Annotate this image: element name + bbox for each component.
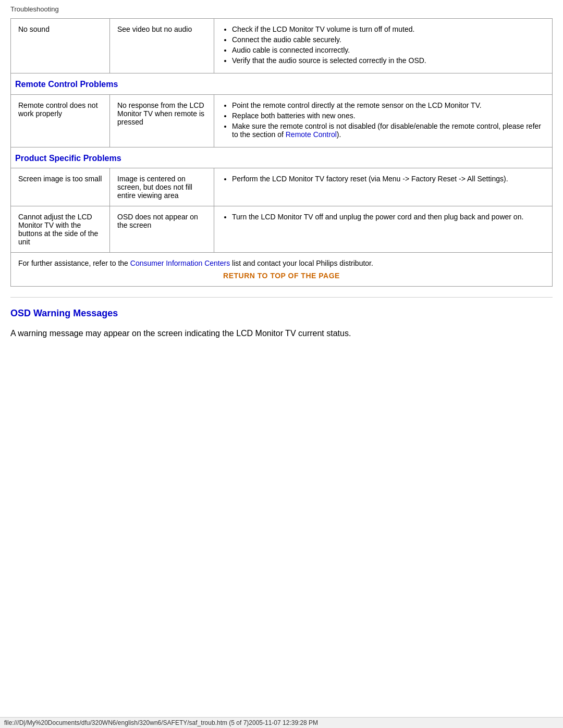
list-item: Replace both batteries with new ones.	[232, 112, 545, 120]
problem-col: Cannot adjust the LCD Monitor TV with th…	[11, 206, 110, 253]
table-row: Screen image is too small Image is cente…	[11, 168, 553, 206]
osd-description: A warning message may appear on the scre…	[10, 327, 553, 340]
breadcrumb: Troubleshooting	[10, 5, 553, 13]
symptom-col: OSD does not appear on the screen	[110, 206, 214, 253]
list-item: Verify that the audio source is selected…	[232, 56, 545, 65]
section-header-row: Remote Control Problems	[11, 73, 553, 92]
symptom-col: See video but no audio	[110, 19, 214, 73]
solution-col: Turn the LCD Monitor TV off and unplug t…	[214, 206, 553, 253]
list-item: Check if the LCD Monitor TV volume is tu…	[232, 25, 545, 33]
table-row: No sound See video but no audio Check if…	[11, 19, 553, 73]
troubleshooting-table: No sound See video but no audio Check if…	[10, 18, 553, 287]
product-specific-problems-heading: Product Specific Problems	[15, 154, 121, 163]
problem-col: Remote control does not work properly	[11, 94, 110, 147]
solution-col: Point the remote control directly at the…	[214, 94, 553, 147]
symptom-col: No response from the LCD Monitor TV when…	[110, 94, 214, 147]
footer-text: For further assistance, refer to the Con…	[18, 259, 373, 267]
list-item: Point the remote control directly at the…	[232, 101, 545, 109]
consumer-information-link[interactable]: Consumer Information Centers	[130, 259, 230, 267]
table-row: Remote control does not work properly No…	[11, 94, 553, 147]
list-item: Audio cable is connected incorrectly.	[232, 46, 545, 54]
section-divider	[10, 297, 553, 298]
list-item: Connect the audio cable securely.	[232, 35, 545, 44]
solution-col: Perform the LCD Monitor TV factory reset…	[214, 168, 553, 206]
return-to-top-link[interactable]: RETURN TO TOP OF THE PAGE	[18, 272, 545, 280]
solution-col: Check if the LCD Monitor TV volume is tu…	[214, 19, 553, 73]
osd-section-title: OSD Warning Messages	[10, 308, 553, 319]
section-header-row: Product Specific Problems	[11, 147, 553, 165]
list-item: Make sure the remote control is not disa…	[232, 122, 545, 139]
remote-control-problems-heading: Remote Control Problems	[15, 80, 118, 89]
osd-section: OSD Warning Messages A warning message m…	[10, 308, 553, 340]
problem-col: No sound	[11, 19, 110, 73]
symptom-col: Image is centered on screen, but does no…	[110, 168, 214, 206]
list-item: Turn the LCD Monitor TV off and unplug t…	[232, 213, 545, 221]
list-item: Perform the LCD Monitor TV factory reset…	[232, 175, 545, 183]
remote-control-link[interactable]: Remote Control	[286, 130, 337, 139]
table-row: Cannot adjust the LCD Monitor TV with th…	[11, 206, 553, 253]
footer-row: For further assistance, refer to the Con…	[11, 253, 553, 287]
problem-col: Screen image is too small	[11, 168, 110, 206]
